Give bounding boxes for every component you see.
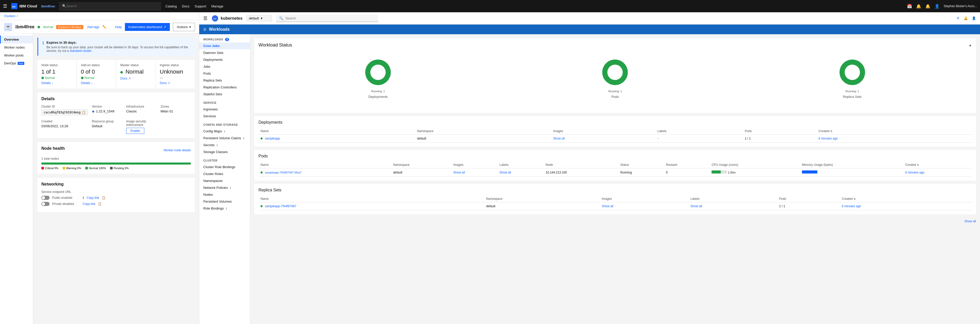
sidebar-item-role-bindings[interactable]: Role Bindings ℹ — [199, 205, 250, 212]
sidebar-item-jobs[interactable]: Jobs — [199, 63, 250, 70]
sidebar-item-workloads[interactable]: Cron Jobs — [199, 42, 250, 49]
rs-images-show-all[interactable]: Show all — [602, 204, 613, 208]
k8s-bell-icon[interactable]: 🔔 — [964, 16, 968, 20]
calendar-icon[interactable]: 📅 — [907, 4, 912, 9]
sidebar-item-secrets[interactable]: Secrets ℹ — [199, 142, 250, 148]
manage-link[interactable]: Manage — [211, 4, 223, 8]
sort-icon[interactable]: ⇅ — [830, 130, 832, 132]
rs-col-name: Name — [258, 195, 484, 203]
sidebar-item-network-policies[interactable]: Network Policies ℹ — [199, 184, 250, 191]
node-status-dot — [41, 77, 44, 79]
rs-name-link[interactable]: sampleapp-7f44f97487 — [265, 204, 296, 208]
sort-icon[interactable]: ⇅ — [854, 198, 856, 200]
sidebar-item-replication-controllers[interactable]: Replication Controllers — [199, 84, 250, 91]
public-endpoint-toggle[interactable] — [41, 196, 49, 200]
k8s-header-right: + 🔔 👤 — [956, 15, 976, 21]
sidebar-item-stateful-sets[interactable]: Stateful Sets — [199, 91, 250, 97]
deployment-created[interactable]: 6 minutes ago — [819, 137, 838, 140]
k8s-search-input[interactable] — [285, 16, 375, 20]
pod-name-link[interactable]: sampleapp-7f44f97487-l0hq? — [265, 171, 301, 174]
k8s-user-icon[interactable]: 👤 — [972, 16, 976, 20]
sidebar-item-storage-classes[interactable]: Storage Classes — [199, 148, 250, 155]
private-endpoint-toggle[interactable] — [41, 202, 49, 206]
alert-body: Be sure to back up your data, your clust… — [46, 45, 191, 53]
edit-tags-icon[interactable]: ✏️ — [102, 25, 107, 29]
pvc-info-icon: ℹ — [243, 137, 244, 140]
sidebar-item-worker-nodes[interactable]: Worker nodes — [0, 43, 33, 51]
sidebar-item-replica-sets[interactable]: Replica Sets — [199, 77, 250, 84]
actions-button[interactable]: Actions ▾ — [173, 23, 195, 31]
hamburger-k8s-icon[interactable]: ☰ — [203, 27, 206, 32]
sidebar-item-nodes[interactable]: Nodes — [199, 191, 250, 198]
svg-text:IBM: IBM — [12, 6, 16, 8]
sidebar-item-cluster-roles[interactable]: Cluster Roles — [199, 171, 250, 177]
svg-text:k8s: k8s — [213, 18, 216, 20]
sidebar-item-worker-pools[interactable]: Worker pools — [0, 51, 33, 59]
cluster-id-item: Cluster ID cacv0hqf03qt919t4mng 📋 — [41, 105, 88, 115]
row-status-dot — [261, 137, 262, 139]
notification-icon[interactable]: 🔔 — [925, 4, 931, 9]
workloads-title: Workloads — [209, 27, 230, 32]
standard-cluster-link[interactable]: standard cluster — [70, 49, 91, 53]
copy-private-link[interactable]: Copy link — [83, 202, 95, 206]
support-link[interactable]: Support — [195, 4, 206, 8]
sidebar-item-config-maps[interactable]: Config Maps ℹ — [199, 128, 250, 135]
user-icon[interactable]: 👤 — [934, 4, 940, 9]
pod-status-dot — [261, 171, 262, 174]
copy-cluster-id-icon[interactable]: 📋 — [82, 111, 86, 114]
add-tags-link[interactable]: Add tags — [88, 25, 99, 29]
sidebar-item-deployments[interactable]: Deployments — [199, 56, 250, 63]
namespace-dropdown[interactable]: default ▾ — [247, 15, 272, 21]
sidebar-item-overview[interactable]: Overview — [0, 35, 33, 43]
sidebar-item-daemon-sets[interactable]: Daemon Sets — [199, 49, 250, 56]
search-input[interactable] — [66, 4, 158, 8]
hamburger-icon[interactable]: ☰ — [3, 3, 7, 9]
alarm-icon[interactable]: 🔔 — [916, 4, 921, 9]
cpu-bar — [711, 171, 727, 174]
collapse-icon[interactable]: ▲ — [969, 43, 972, 47]
images-show-all[interactable]: Show all — [553, 137, 565, 140]
addon-details-link[interactable]: Details ↓ — [81, 81, 112, 85]
enable-image-security-button[interactable]: Enable — [126, 128, 144, 134]
copy-public-link[interactable]: Copy link — [87, 196, 99, 200]
pod-created[interactable]: 6 minutes ago — [905, 171, 924, 174]
sidebar-item-services[interactable]: Services — [199, 113, 250, 120]
worker-node-details-link[interactable]: Worker node details — [164, 148, 191, 152]
docs-link[interactable]: Docs — [182, 4, 189, 8]
sidebar-item-pvc[interactable]: Persistent Volume Claims ℹ — [199, 135, 250, 142]
show-all-link[interactable]: Show all — [964, 220, 976, 223]
k8s-logo-text: kubernetes — [221, 16, 242, 21]
kubernetes-dashboard-button[interactable]: Kubernetes dashboard ↗ — [125, 23, 170, 31]
sidebar-item-devops[interactable]: DevOps New — [0, 59, 33, 67]
top-nav-icons: 📅 🔔 🔔 👤 Stephan Bester's Acco... — [907, 4, 977, 9]
catalog-link[interactable]: Catalog — [165, 4, 177, 8]
rs-created[interactable]: 6 minutes ago — [842, 204, 861, 208]
sort-icon[interactable]: ⇅ — [917, 164, 919, 166]
deployment-name-link[interactable]: sampleapp — [265, 137, 280, 140]
sidebar-item-ingresses[interactable]: Ingresses — [199, 106, 250, 113]
breadcrumb-clusters[interactable]: Clusters — [4, 14, 15, 18]
infrastructure-item: Infrastructure Classic — [126, 105, 157, 115]
help-button[interactable]: Help — [115, 25, 122, 29]
ingress-docs-link[interactable]: Docs ↗ — [160, 81, 191, 85]
sidebar-item-namespaces[interactable]: Namespaces — [199, 177, 250, 184]
k8s-menu-icon[interactable]: ☰ — [203, 16, 207, 21]
master-docs-link[interactable]: Docs ↗ — [120, 77, 151, 80]
pod-images-show-all[interactable]: Show all — [453, 171, 465, 174]
node-details-link[interactable]: Details ↓ — [41, 81, 73, 85]
brand-name: IBM Cloud — [19, 4, 37, 8]
donut-charts: Running: 1 Deployments Running: 1 Pods — [258, 52, 972, 104]
rs-col-created: Created ⇅ — [840, 195, 972, 203]
top-search[interactable]: 🔍 — [59, 2, 161, 10]
k8s-search[interactable]: 🔍 — [276, 15, 378, 22]
add-icon[interactable]: + — [956, 15, 959, 21]
sidebar-item-cluster-role-bindings[interactable]: Cluster Role Bindings — [199, 164, 250, 171]
pod-labels-show-all[interactable]: Show all — [500, 171, 511, 174]
rs-labels-show-all[interactable]: Show all — [690, 204, 702, 208]
progress-legend: Critical 0% Warning 0% Normal 100% — [41, 167, 191, 170]
master-status-card: Master status Normal Docs ↗ — [116, 60, 156, 88]
services-footer: Show all — [255, 217, 976, 225]
info-icon: ℹ — [42, 41, 44, 53]
sidebar-item-persistent-volumes[interactable]: Persistent Volumes — [199, 198, 250, 205]
sidebar-item-pods[interactable]: Pods — [199, 70, 250, 77]
